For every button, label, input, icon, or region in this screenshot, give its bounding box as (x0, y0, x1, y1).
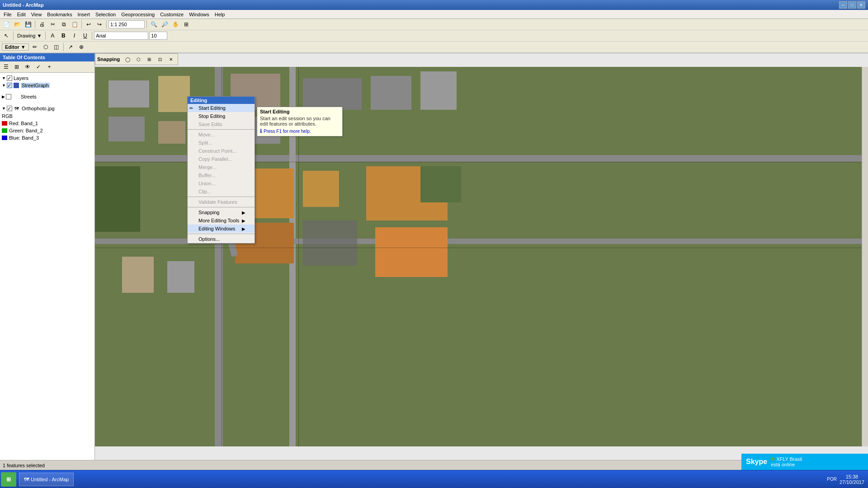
options-menu-item[interactable]: Options... (188, 235, 255, 243)
menu-insert[interactable]: Insert (75, 11, 93, 18)
font-underline[interactable]: U (80, 31, 90, 40)
toc-band-blue[interactable]: Blue: Band_3 (0, 134, 94, 141)
toc-band-red[interactable]: Red: Band_1 (0, 120, 94, 127)
streets-checkbox[interactable] (6, 94, 11, 99)
snap-btn3[interactable]: ⊞ (144, 55, 154, 64)
maximize-button[interactable]: □ (848, 1, 856, 9)
menu-selection[interactable]: Selection (93, 11, 118, 18)
separator (45, 32, 46, 40)
scale-value: 1:1 250 (110, 22, 127, 27)
toc-list-view[interactable]: ☰ (1, 62, 11, 71)
clock-time: 15:38 (840, 474, 864, 479)
menu-customize[interactable]: Customize (157, 11, 186, 18)
print-button[interactable]: 🖨 (37, 20, 47, 29)
stop-editing-label: Stop Editing (198, 113, 225, 119)
snapping-menu-item[interactable]: Snapping ▶ (188, 208, 255, 216)
snap-btn2[interactable]: ⬡ (133, 55, 143, 64)
toc-sel-view[interactable]: ✓ (33, 62, 43, 71)
start-editing-menu-item[interactable]: ✏ Start Editing (188, 104, 255, 112)
font-family-box[interactable]: Arial (94, 32, 148, 40)
more-editing-tools-label: More Editing Tools (198, 218, 239, 223)
cut-button[interactable]: ✂ (48, 20, 58, 29)
font-bold[interactable]: B (58, 31, 68, 40)
menu-help[interactable]: Help (212, 11, 228, 18)
skype-notification[interactable]: Skype XFLY Brasil está online (741, 454, 868, 470)
more-editing-tools-menu-item[interactable]: More Editing Tools ▶ (188, 216, 255, 225)
menu-windows[interactable]: Windows (186, 11, 212, 18)
editor-tool5[interactable]: ⊕ (76, 42, 86, 52)
taskbar-arcmap[interactable]: 🗺 Untitled - ArcMap (19, 473, 74, 486)
editor-tool4[interactable]: ↗ (66, 42, 75, 52)
pan-button[interactable]: ✋ (170, 20, 180, 29)
expand-icon[interactable]: ▼ (2, 83, 6, 88)
separator (35, 20, 35, 28)
toc-band-green[interactable]: Green: Band_2 (0, 127, 94, 134)
redo-button[interactable]: ↪ (94, 20, 104, 29)
drawing-label[interactable]: Drawing ▼ (15, 33, 43, 39)
editor-tool2[interactable]: ⬡ (41, 42, 51, 52)
new-button[interactable]: 📄 (1, 20, 11, 29)
font-size-box[interactable]: 10 (149, 32, 167, 40)
snap-close[interactable]: ✕ (166, 55, 176, 64)
snap-btn1[interactable]: ◯ (123, 55, 132, 64)
taskbar-items: 🗺 Untitled - ArcMap (17, 473, 823, 486)
select-tool[interactable]: ↖ (1, 31, 11, 40)
menu-bar: File Edit View Bookmarks Insert Selectio… (0, 10, 868, 19)
scale-box[interactable]: 1:1 250 (108, 20, 145, 28)
editor-tool3[interactable]: ◫ (52, 42, 61, 52)
paste-button[interactable]: 📋 (70, 20, 80, 29)
close-button[interactable]: ✕ (857, 1, 865, 9)
separator (63, 43, 64, 51)
toc-rgb: RGB (0, 113, 94, 120)
menu-file[interactable]: File (1, 11, 14, 18)
toc-streetgraph[interactable]: ▼ ✓ StreetGraph (0, 82, 94, 89)
menu-bookmarks[interactable]: Bookmarks (44, 11, 75, 18)
map-container[interactable]: Snapping ◯ ⬡ ⊞ ⊡ ✕ (95, 53, 868, 460)
status-text: 1 features selected (3, 463, 45, 468)
toc-source-view[interactable]: ⊞ (12, 62, 22, 71)
expand-icon[interactable]: ▼ (2, 76, 6, 80)
orthophoto-checkbox[interactable]: ✓ (7, 106, 12, 111)
streets-label: Streets (21, 94, 37, 99)
save-button[interactable]: 💾 (23, 20, 33, 29)
blue-band-label: Blue: Band_3 (9, 135, 39, 141)
toc-layers-group[interactable]: ▼ ✓ Layers (0, 75, 94, 82)
text-tool[interactable]: A (47, 31, 57, 40)
streetgraph-checkbox[interactable]: ✓ (7, 83, 12, 88)
undo-button[interactable]: ↩ (84, 20, 94, 29)
start-button[interactable]: ⊞ (1, 472, 16, 487)
map-vscrollbar[interactable] (862, 67, 868, 446)
open-button[interactable]: 📂 (12, 20, 22, 29)
minimize-button[interactable]: ─ (839, 1, 847, 9)
toc-add-layer[interactable]: + (44, 62, 54, 71)
red-band-label: Red: Band_1 (9, 121, 38, 126)
rgb-label: RGB (2, 113, 13, 119)
toc-orthophoto[interactable]: ▼ ✓ 🗺 Orthophoto.jpg (0, 104, 94, 113)
copy-button[interactable]: ⧉ (59, 20, 69, 29)
menu-edit[interactable]: Edit (14, 11, 28, 18)
snap-btn4[interactable]: ⊡ (155, 55, 165, 64)
zoom-out-button[interactable]: 🔎 (160, 20, 170, 29)
buffer-menu-item: Buffer... (188, 171, 255, 179)
menu-view[interactable]: View (28, 11, 45, 18)
stop-editing-menu-item[interactable]: Stop Editing (188, 112, 255, 120)
editing-windows-menu-item[interactable]: Editing Windows ▶ (188, 225, 255, 233)
layers-checkbox[interactable]: ✓ (7, 75, 12, 81)
zoom-in-button[interactable]: 🔍 (149, 20, 159, 29)
font-italic[interactable]: I (69, 31, 79, 40)
editor-tool1[interactable]: ✏ (30, 42, 40, 52)
help-icon: ℹ (260, 128, 262, 134)
toc-vis-view[interactable]: 👁 (23, 62, 33, 71)
toc-streets[interactable]: ▶ Streets (0, 93, 94, 101)
green-swatch (2, 128, 7, 133)
editor-dropdown-button[interactable]: Editor ▼ (2, 43, 29, 51)
orthophoto-label: Orthophoto.jpg (22, 106, 55, 111)
start-editing-label: Start Editing (198, 105, 226, 111)
expand-icon[interactable]: ▼ (2, 106, 6, 111)
menu-geoprocessing[interactable]: Geoprocessing (118, 11, 157, 18)
window-controls[interactable]: ─ □ ✕ (839, 1, 865, 9)
editor-menu-header: Editing (188, 97, 255, 104)
full-extent-button[interactable]: ⊞ (181, 20, 191, 29)
expand-icon[interactable]: ▶ (2, 94, 5, 99)
status-bar: 1 features selected 6... (0, 460, 868, 470)
